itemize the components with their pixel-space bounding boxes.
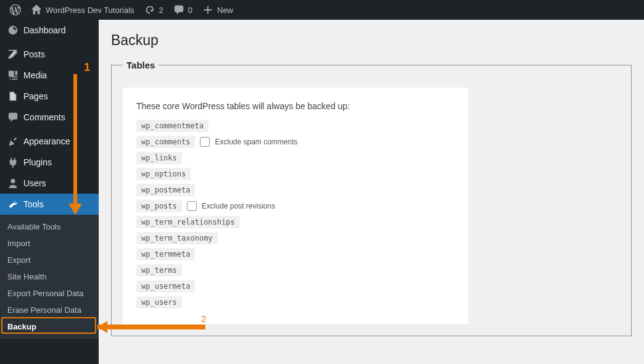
sidebar-item-users[interactable]: Users: [0, 173, 99, 194]
comments-link[interactable]: 0: [168, 0, 197, 20]
comments-menu-icon: [7, 112, 19, 123]
table-name-tag: wp_usermeta: [136, 280, 195, 292]
sidebar-item-media[interactable]: Media: [0, 65, 99, 86]
table-row: wp_usermeta: [136, 280, 195, 292]
submenu-item-export[interactable]: Export: [0, 252, 99, 268]
sidebar-item-dashboard[interactable]: Dashboard: [0, 20, 99, 41]
table-row: wp_postsExclude post revisions: [136, 200, 275, 212]
content-area: Backup Tables These core WordPress table…: [99, 20, 644, 364]
tables-panel: Tables These core WordPress tables will …: [111, 60, 632, 336]
new-content-link[interactable]: New: [197, 0, 238, 20]
table-row: wp_options: [136, 168, 191, 180]
media-icon: [7, 70, 19, 81]
page-title: Backup: [111, 32, 632, 49]
table-row: wp_terms: [136, 264, 182, 276]
table-name-tag: wp_options: [136, 168, 191, 180]
tables-description: These core WordPress tables will always …: [136, 101, 455, 111]
sidebar-item-comments[interactable]: Comments: [0, 107, 99, 128]
wp-logo[interactable]: [5, 0, 26, 20]
tools-icon: [7, 199, 19, 210]
site-home-link[interactable]: WordPress Dev Tutorials: [26, 0, 139, 20]
tables-list: wp_commentmetawp_commentsExclude spam co…: [136, 120, 455, 308]
table-name-tag: wp_postmeta: [136, 184, 195, 196]
submenu-item-export-personal-data[interactable]: Export Personal Data: [0, 285, 99, 302]
users-icon: [7, 178, 19, 189]
sidebar-item-label: Pages: [23, 91, 48, 101]
submenu-item-import[interactable]: Import: [0, 235, 99, 252]
wordpress-icon: [10, 4, 21, 15]
table-row: wp_term_taxonomy: [136, 232, 218, 244]
appearance-icon: [7, 136, 19, 147]
sidebar-item-appearance[interactable]: Appearance: [0, 131, 99, 152]
sidebar-item-label: Posts: [23, 49, 45, 59]
pages-icon: [7, 91, 19, 102]
comments-icon: [173, 4, 184, 15]
table-name-tag: wp_commentmeta: [136, 120, 208, 132]
exclude-checkbox-label: Exclude spam comments: [215, 138, 297, 146]
updates-count: 2: [159, 6, 163, 15]
submenu-item-site-health[interactable]: Site Health: [0, 268, 99, 285]
table-row: wp_commentsExclude spam comments: [136, 136, 298, 148]
submenu-item-erase-personal-data[interactable]: Erase Personal Data: [0, 302, 99, 318]
table-row: wp_commentmeta: [136, 120, 208, 132]
sidebar-item-pages[interactable]: Pages: [0, 86, 99, 107]
exclude-checkbox[interactable]: [187, 201, 197, 211]
table-name-tag: wp_posts: [136, 200, 182, 212]
table-row: wp_term_relationships: [136, 216, 240, 228]
submenu-item-backup[interactable]: Backup: [0, 318, 99, 335]
site-title: WordPress Dev Tutorials: [46, 6, 134, 15]
tables-card: These core WordPress tables will always …: [123, 88, 468, 325]
updates-link[interactable]: 2: [139, 0, 168, 20]
new-label: New: [217, 6, 233, 15]
submenu-item-available-tools[interactable]: Available Tools: [0, 218, 99, 235]
home-icon: [31, 4, 42, 15]
comments-count: 0: [188, 6, 192, 15]
sidebar-item-posts[interactable]: Posts: [0, 44, 99, 65]
admin-sidebar: Dashboard Posts Media Pages Comments App…: [0, 20, 99, 364]
sidebar-item-label: Tools: [23, 199, 44, 209]
table-name-tag: wp_termmeta: [136, 248, 195, 260]
posts-icon: [7, 49, 19, 60]
table-name-tag: wp_comments: [136, 136, 195, 148]
table-name-tag: wp_term_taxonomy: [136, 232, 218, 244]
exclude-checkbox-label: Exclude post revisions: [202, 202, 275, 210]
exclude-checkbox[interactable]: [200, 137, 210, 147]
sidebar-item-plugins[interactable]: Plugins: [0, 152, 99, 173]
sidebar-item-label: Appearance: [23, 136, 70, 146]
sidebar-item-label: Plugins: [23, 157, 52, 167]
table-row: wp_links: [136, 152, 182, 164]
table-row: wp_postmeta: [136, 184, 195, 196]
sidebar-item-label: Users: [23, 178, 46, 188]
table-name-tag: wp_users: [136, 296, 182, 308]
dashboard-icon: [7, 25, 19, 36]
table-row: wp_users: [136, 296, 182, 308]
updates-icon: [144, 4, 155, 15]
admin-bar: WordPress Dev Tutorials 2 0 New: [0, 0, 644, 20]
sidebar-item-label: Dashboard: [23, 25, 66, 35]
plugins-icon: [7, 157, 19, 168]
sidebar-item-label: Media: [23, 70, 47, 80]
plus-icon: [202, 4, 213, 15]
table-name-tag: wp_links: [136, 152, 182, 164]
tools-submenu: Available ToolsImportExportSite HealthEx…: [0, 215, 99, 339]
sidebar-item-tools[interactable]: Tools: [0, 194, 99, 215]
table-row: wp_termmeta: [136, 248, 195, 260]
table-name-tag: wp_terms: [136, 264, 182, 276]
sidebar-item-label: Comments: [23, 112, 65, 122]
table-name-tag: wp_term_relationships: [136, 216, 240, 228]
panel-legend: Tables: [123, 60, 159, 70]
